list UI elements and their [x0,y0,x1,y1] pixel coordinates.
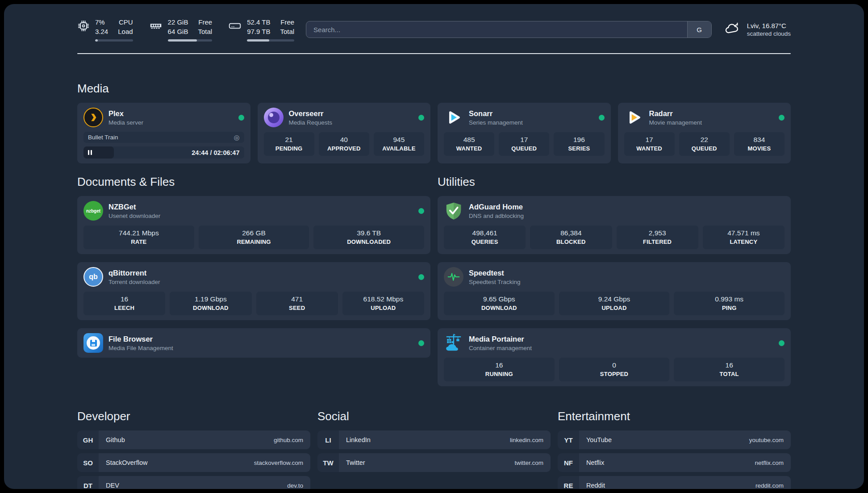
ram-free-label: Free [198,17,212,27]
adguard-icon [444,201,463,221]
link-name: Reddit [586,482,605,489]
app-name: Speedtest [469,269,521,277]
link-reddit[interactable]: RE Redditreddit.com [558,476,791,489]
filebrowser-card[interactable]: File Browser Media File Management [77,328,430,358]
disk-icon [228,20,242,32]
stat-filtered: 2,953FILTERED [617,226,698,249]
app-subtitle: Torrent downloader [108,279,160,285]
link-abbr-badge: DT [77,476,99,489]
stat-blocked: 86,384BLOCKED [530,226,612,249]
cpu-icon [77,20,90,32]
pause-icon[interactable] [88,149,93,157]
search-bar[interactable]: G [306,21,712,38]
weather-condition: scattered clouds [747,30,791,37]
link-abbr-badge: SO [77,453,99,472]
stat-latency: 47.571 msLATENCY [703,226,785,249]
link-name: Netflix [586,459,604,466]
status-dot [418,340,424,346]
plex-icon [83,108,103,127]
disk-free-label: Free [280,17,294,27]
app-name: Plex [108,109,143,118]
cpu-usage: 7% [95,17,108,27]
stat-approved: 40APPROVED [319,132,369,156]
cpu-load-label: Load [118,27,133,36]
link-abbr-badge: GH [77,430,99,449]
radarr-card[interactable]: Radarr Movie management 17WANTED 22QUEUE… [618,103,791,163]
stat-remaining: 266 GBREMAINING [199,226,309,249]
ram-progress-bar [168,39,213,42]
link-dev[interactable]: DT DEVdev.to [77,476,310,489]
link-url: stackoverflow.com [254,460,303,466]
header-divider [77,53,791,54]
filebrowser-icon [83,333,103,353]
link-name: Github [106,436,125,443]
link-netflix[interactable]: NF Netflixnetflix.com [558,453,791,472]
link-stackoverflow[interactable]: SO StackOverflowstackoverflow.com [77,453,310,472]
radarr-icon [624,108,644,127]
stat-leech: 16LEECH [83,292,165,315]
link-url: linkedin.com [510,437,543,443]
ram-icon [149,20,163,32]
sonarr-card[interactable]: Sonarr Series management 485WANTED 17QUE… [438,103,611,163]
link-name: Twitter [346,459,365,466]
disk-progress-bar [247,39,294,42]
link-url: github.com [274,437,303,443]
link-url: dev.to [287,482,303,489]
qbittorrent-icon: qb [83,267,103,287]
link-abbr-badge: LI [317,430,339,449]
nzbget-icon: nzbget [83,201,103,221]
app-subtitle: Series management [469,119,523,126]
now-playing-title: Bullet Train [88,134,118,141]
search-input[interactable] [306,21,687,38]
section-title-developer: Developer [77,409,310,423]
plex-card[interactable]: Plex Media server Bullet Train ◎ 24:44 /… [77,103,250,163]
section-title-media: Media [77,82,791,96]
stat-available: 945AVAILABLE [374,132,424,156]
cpu-metric: 7%3.24 CPULoad [77,17,133,42]
app-name: qBittorrent [108,269,160,277]
now-playing-type-icon[interactable]: ◎ [234,134,239,141]
nzbget-card[interactable]: nzbget NZBGet Usenet downloader 744.21 M… [77,196,430,254]
app-name: Sonarr [469,109,523,118]
portainer-icon [444,333,463,353]
disk-metric: 52.4 TB97.9 TB FreeTotal [228,17,294,42]
cloud-icon [723,21,741,38]
stat-stopped: 0STOPPED [559,358,670,381]
stat-movies: 834MOVIES [734,132,785,156]
link-linkedin[interactable]: LI LinkedInlinkedin.com [317,430,551,449]
link-url: reddit.com [755,482,784,489]
app-subtitle: Container management [469,345,532,351]
status-dot [599,115,605,121]
status-dot [779,115,785,121]
app-subtitle: DNS and adblocking [469,213,524,219]
link-abbr-badge: TW [317,453,339,472]
stat-series: 196SERIES [554,132,604,156]
ram-metric: 22 GiB64 GiB FreeTotal [149,17,213,42]
screen: 7%3.24 CPULoad 22 GiB64 GiB [0,0,868,493]
plex-progress-bar[interactable]: 24:44 / 02:06:47 [83,146,244,159]
app-subtitle: Movie management [649,119,702,126]
system-metrics: 7%3.24 CPULoad 22 GiB64 GiB [77,17,294,42]
ram-total-value: 64 GiB [168,27,188,36]
speedtest-card[interactable]: Speedtest Speedtest Tracking 9.65 GbpsDO… [438,262,791,320]
ram-free-value: 22 GiB [168,17,188,27]
link-twitter[interactable]: TW Twittertwitter.com [317,453,551,472]
portainer-card[interactable]: Media Portainer Container management 16R… [438,328,791,386]
adguard-card[interactable]: AdGuard Home DNS and adblocking 498,461Q… [438,196,791,254]
stat-download: 9.65 GbpsDOWNLOAD [444,292,555,315]
stat-upload: 618.52 MbpsUPLOAD [342,292,424,315]
stat-queued: 22QUEUED [679,132,730,156]
cpu-progress-bar [95,39,133,42]
speedtest-icon [444,267,463,287]
link-youtube[interactable]: YT YouTubeyoutube.com [558,430,791,449]
status-dot [238,115,244,121]
status-dot [779,340,785,346]
status-dot [418,274,424,280]
link-github[interactable]: GH Githubgithub.com [77,430,310,449]
search-engine-button[interactable]: G [687,21,711,38]
stat-wanted: 485WANTED [444,132,494,156]
overseerr-card[interactable]: Overseerr Media Requests 21PENDING 40APP… [258,103,431,163]
link-url: youtube.com [749,437,784,443]
qbittorrent-card[interactable]: qb qBittorrent Torrent downloader 16LEEC… [77,262,430,320]
status-dot [418,208,424,214]
